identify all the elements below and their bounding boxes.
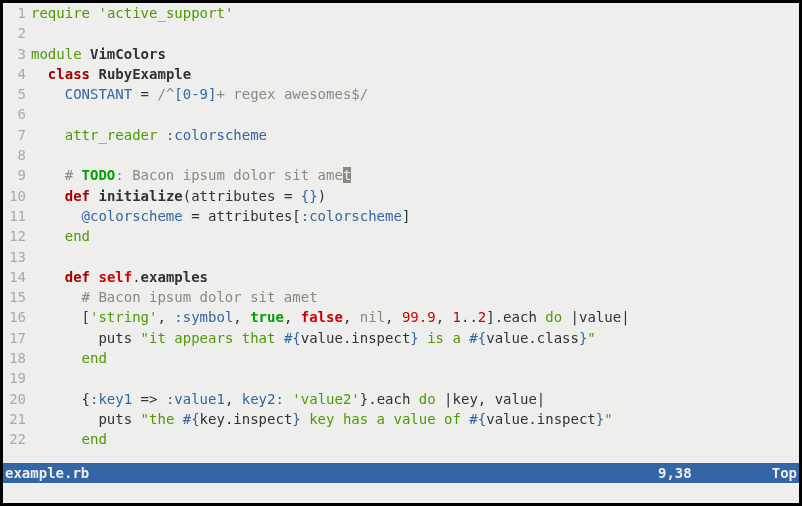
code-line: end <box>31 429 799 449</box>
line-number: 20 <box>3 389 26 409</box>
line-number: 17 <box>3 328 26 348</box>
line-number: 8 <box>3 145 26 165</box>
code-line: ['string', :symbol, true, false, nil, 99… <box>31 307 799 327</box>
line-number: 16 <box>3 307 26 327</box>
line-number: 1 <box>3 3 26 23</box>
line-number: 6 <box>3 104 26 124</box>
vim-editor: 1 2 3 4 5 6 7 8 9 10 11 12 13 14 15 16 1… <box>3 3 799 503</box>
code-line: puts "it appears that #{value.inspect} i… <box>31 328 799 348</box>
line-number: 22 <box>3 429 26 449</box>
code-line: {:key1 => :value1, key2: 'value2'}.each … <box>31 389 799 409</box>
code-line: module VimColors <box>31 44 799 64</box>
code-line: @colorscheme = attributes[:colorscheme] <box>31 206 799 226</box>
code-line: CONSTANT = /^[0-9]+ regex awesomes$/ <box>31 84 799 104</box>
command-line[interactable] <box>3 483 799 503</box>
code-line: end <box>31 348 799 368</box>
code-line: def self.examples <box>31 267 799 287</box>
line-number: 10 <box>3 186 26 206</box>
line-number: 13 <box>3 247 26 267</box>
code-area[interactable]: require 'active_support' module VimColor… <box>31 3 799 463</box>
code-line: def initialize(attributes = {}) <box>31 186 799 206</box>
line-number-gutter: 1 2 3 4 5 6 7 8 9 10 11 12 13 14 15 16 1… <box>3 3 31 463</box>
status-scroll: Top <box>772 463 797 483</box>
cursor: t <box>343 167 351 183</box>
code-line: require 'active_support' <box>31 3 799 23</box>
code-line: end <box>31 226 799 246</box>
code-line: # TODO: Bacon ipsum dolor sit amet <box>31 165 799 185</box>
code-line: # Bacon ipsum dolor sit amet <box>31 287 799 307</box>
code-line: class RubyExample <box>31 64 799 84</box>
line-number: 12 <box>3 226 26 246</box>
line-number: 2 <box>3 23 26 43</box>
code-line <box>31 104 799 124</box>
line-number: 18 <box>3 348 26 368</box>
line-number: 5 <box>3 84 26 104</box>
line-number: 11 <box>3 206 26 226</box>
line-number: 9 <box>3 165 26 185</box>
code-line: puts "the #{key.inspect} key has a value… <box>31 409 799 429</box>
code-line <box>31 145 799 165</box>
line-number: 15 <box>3 287 26 307</box>
code-line <box>31 23 799 43</box>
code-line <box>31 247 799 267</box>
line-number: 14 <box>3 267 26 287</box>
status-filename: example.rb <box>5 463 89 483</box>
line-number: 19 <box>3 368 26 388</box>
status-bar: example.rb 9,38 Top <box>3 463 799 483</box>
line-number: 4 <box>3 64 26 84</box>
line-number: 3 <box>3 44 26 64</box>
line-number: 21 <box>3 409 26 429</box>
code-line <box>31 368 799 388</box>
editor-main[interactable]: 1 2 3 4 5 6 7 8 9 10 11 12 13 14 15 16 1… <box>3 3 799 463</box>
code-line: attr_reader :colorscheme <box>31 125 799 145</box>
status-cursor-position: 9,38 <box>658 463 692 483</box>
line-number: 7 <box>3 125 26 145</box>
